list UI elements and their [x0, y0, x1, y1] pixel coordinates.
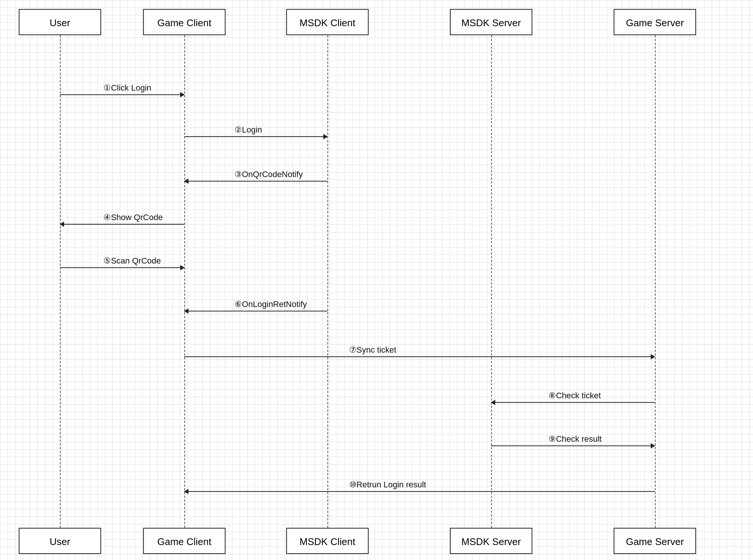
- arrow-label-3: ③OnQrCodeNotify: [235, 170, 303, 179]
- arrow-label-2: ②Login: [235, 125, 262, 135]
- actor-top-msdk-server: MSDK Server: [450, 9, 532, 35]
- actor-top-msdk-client: MSDK Client: [286, 9, 369, 35]
- arrow-label-4: ④Show QrCode: [103, 213, 163, 222]
- lifeline-user: [60, 35, 61, 528]
- sequence-diagram: UserGame ClientMSDK ClientMSDK ServerGam…: [0, 0, 753, 560]
- arrow-label-1: ①Click Login: [103, 83, 151, 93]
- actor-top-user: User: [19, 9, 101, 35]
- arrow-5: [60, 267, 184, 268]
- lifeline-msdk-server: [491, 35, 492, 528]
- arrow-4: [60, 224, 184, 225]
- lifeline-game-server: [655, 35, 656, 528]
- arrow-label-8: ⑧Check ticket: [548, 391, 601, 401]
- arrow-3: [184, 181, 327, 182]
- arrow-9: [491, 445, 655, 446]
- arrow-6: [184, 311, 327, 311]
- arrow-label-9: ⑨Check result: [548, 434, 602, 444]
- actor-top-game-server: Game Server: [614, 9, 696, 35]
- actor-bottom-msdk-client: MSDK Client: [286, 528, 369, 554]
- lifeline-msdk-client: [327, 35, 328, 528]
- arrow-label-10: ⑩Retrun Login result: [349, 480, 426, 490]
- lifeline-game-client: [184, 35, 185, 528]
- arrow-8: [491, 402, 655, 403]
- arrow-label-5: ⑤Scan QrCode: [103, 256, 161, 266]
- actor-bottom-game-client: Game Client: [143, 528, 226, 554]
- arrow-label-7: ⑦Sync ticket: [349, 345, 396, 355]
- actor-top-game-client: Game Client: [143, 9, 226, 35]
- arrow-1: [60, 94, 184, 95]
- actor-bottom-game-server: Game Server: [614, 528, 696, 554]
- arrow-10: [184, 491, 655, 492]
- actor-bottom-user: User: [19, 528, 101, 554]
- arrow-7: [184, 356, 655, 357]
- arrow-label-6: ⑥OnLoginRetNotify: [235, 299, 307, 309]
- arrow-2: [184, 136, 327, 137]
- actor-bottom-msdk-server: MSDK Server: [450, 528, 532, 554]
